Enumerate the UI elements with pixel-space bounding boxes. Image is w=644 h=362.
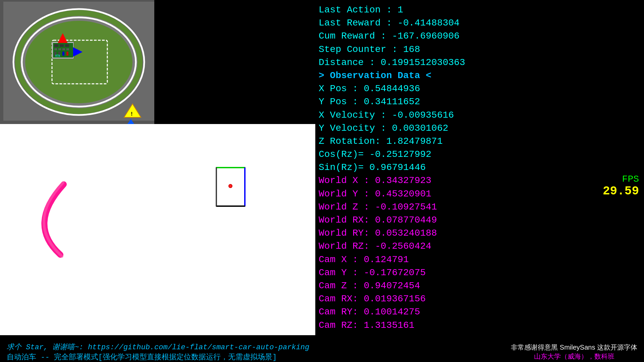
- y-pos-label: Y Pos: [319, 97, 347, 107]
- world-ry-line: World RY: 0.053240188: [319, 227, 641, 240]
- world-x-line: World X : 0.34327923: [319, 174, 641, 187]
- bottom-credit1: 非常感谢得意黑 SmileySans 这款开源字体: [511, 343, 637, 352]
- x-vel-line: X Velocity : -0.00935616: [319, 109, 641, 122]
- cam-rx-label: Cam RX:: [319, 294, 358, 304]
- cos-rz-line: Cos(Rz)= -0.25127992: [319, 148, 641, 161]
- world-ry-value: 0.053240188: [375, 228, 437, 238]
- cam-y-line: Cam Y : -0.17672075: [319, 266, 641, 279]
- distance-line: Distance : 0.1991512030363: [319, 56, 641, 69]
- cam-x-value: 0.124791: [364, 254, 409, 265]
- x-vel-label: X Velocity: [319, 110, 375, 120]
- bottom-link: 求个 Star, 谢谢喵~: https://github.com/lie-fl…: [7, 342, 309, 352]
- obs-header: > Observation Data <: [319, 69, 641, 82]
- camera-right-black: [154, 0, 315, 124]
- world-x-label: World X: [319, 175, 358, 186]
- cam-ry-line: Cam RY: 0.10014275: [319, 305, 641, 318]
- last-reward-label: Last Reward: [319, 18, 381, 28]
- y-vel-value: 0.00301062: [392, 123, 448, 133]
- svg-rect-34: [158, 124, 315, 335]
- cam-y-label: Cam Y: [319, 267, 347, 278]
- step-counter-label: Step Counter: [319, 44, 386, 55]
- world-z-line: World Z : -0.10927541: [319, 200, 641, 214]
- link-prefix: 求个 Star, 谢谢喵~:: [7, 343, 88, 352]
- cam-rx-line: Cam RX: 0.019367156: [319, 292, 641, 305]
- cam-y-value: -0.17672075: [364, 267, 426, 278]
- world-rx-value: 0.078770449: [375, 215, 437, 225]
- world-y-line: World Y : 0.45320901: [319, 187, 641, 200]
- step-counter-line: Step Counter : 168: [319, 43, 641, 56]
- bottom-credit2: 山东大学（威海），数科班: [511, 352, 637, 361]
- last-reward-line: Last Reward : -0.41488304: [319, 16, 641, 29]
- cam-z-line: Cam Z : 0.94072454: [319, 279, 641, 292]
- world-y-value: 0.45320901: [375, 189, 431, 199]
- sim-right-svg: [158, 124, 315, 335]
- cam-z-value: 0.94072454: [364, 281, 420, 291]
- distance-label: Distance: [319, 57, 364, 68]
- cam-ry-label: Cam RY:: [319, 307, 358, 317]
- svg-rect-16: [58, 48, 61, 50]
- svg-point-6: [25, 21, 132, 103]
- main-container: RTK !: [0, 0, 644, 362]
- link-url: https://github.com/lie-flat/smart-car-au…: [88, 343, 309, 352]
- svg-rect-17: [62, 48, 65, 50]
- svg-point-41: [229, 185, 232, 187]
- camera-view: RTK !: [0, 0, 315, 124]
- world-rz-line: World RZ: -0.2560424: [319, 240, 641, 253]
- cos-rz-value: -0.25127992: [369, 149, 431, 160]
- bottom-bar: 求个 Star, 谢谢喵~: https://github.com/lie-fl…: [0, 342, 644, 362]
- y-vel-label: Y Velocity: [319, 123, 375, 133]
- x-pos-line: X Pos : 0.54844936: [319, 82, 641, 95]
- bottom-right: 非常感谢得意黑 SmileySans 这款开源字体 山东大学（威海），数科班: [511, 343, 637, 361]
- svg-rect-15: [54, 48, 57, 50]
- fps-label: FPS: [603, 174, 639, 184]
- sim-right: [158, 124, 315, 335]
- fps-display: FPS 29.59: [603, 174, 639, 198]
- left-side: RTK !: [0, 0, 315, 362]
- world-rx-line: World RX: 0.078770449: [319, 214, 641, 227]
- cam-x-line: Cam X : 0.124791: [319, 253, 641, 266]
- world-y-label: World Y: [319, 189, 358, 199]
- y-vel-line: Y Velocity : 0.00301062: [319, 122, 641, 135]
- svg-rect-14: [65, 44, 69, 47]
- cam-rz-line: Cam RZ: 1.3135161: [319, 319, 641, 332]
- x-pos-value: 0.54844936: [364, 83, 420, 94]
- cum-reward-value: -167.6960906: [392, 31, 460, 41]
- world-rz-label: World RZ:: [319, 241, 369, 251]
- sim-left: [0, 124, 158, 335]
- svg-rect-18: [66, 48, 69, 50]
- world-z-label: World Z: [319, 202, 358, 212]
- svg-rect-13: [60, 44, 64, 47]
- bottom-desc: 自动泊车 -- 完全部署模式[强化学习模型直接根据定位数据运行，无需虚拟场景]: [7, 352, 309, 362]
- svg-rect-22: [66, 52, 68, 56]
- sim-view: [0, 124, 315, 335]
- x-pos-label: X Pos: [319, 83, 347, 94]
- step-counter-value: 168: [403, 44, 420, 55]
- world-rx-label: World RX:: [319, 215, 369, 225]
- cam-ry-value: 0.10014275: [364, 307, 420, 317]
- distance-value: 0.1991512030363: [381, 57, 465, 68]
- last-action-line: Last Action : 1: [319, 3, 641, 16]
- sim-left-svg: [0, 124, 158, 335]
- z-rot-line: Z Rotation: 1.82479871: [319, 135, 641, 148]
- y-pos-value: 0.34111652: [364, 97, 420, 107]
- x-vel-value: -0.00935616: [392, 110, 454, 120]
- world-rz-value: -0.2560424: [375, 241, 431, 251]
- world-z-value: -0.10927541: [375, 202, 437, 212]
- cam-x-label: Cam X: [319, 254, 347, 265]
- cos-rz-label: Cos(Rz)=: [319, 149, 364, 160]
- cam-z-label: Cam Z: [319, 281, 347, 291]
- svg-rect-12: [54, 44, 58, 47]
- svg-rect-21: [62, 52, 64, 56]
- svg-text:!: !: [130, 111, 133, 117]
- y-pos-line: Y Pos : 0.34111652: [319, 95, 641, 108]
- z-rot-label: Z Rotation:: [319, 136, 381, 146]
- last-reward-value: -0.41488304: [397, 18, 460, 28]
- right-panel: Last Action : 1 Last Reward : -0.4148830…: [315, 0, 644, 362]
- cum-reward-line: Cum Reward : -167.6960906: [319, 29, 641, 43]
- world-ry-label: World RY:: [319, 228, 369, 238]
- fps-value: 29.59: [603, 184, 639, 198]
- last-action-value: 1: [397, 5, 403, 15]
- world-x-value: 0.34327923: [375, 175, 431, 186]
- last-action-label: Last Action: [319, 5, 381, 15]
- sin-rz-value: 0.96791446: [369, 162, 426, 173]
